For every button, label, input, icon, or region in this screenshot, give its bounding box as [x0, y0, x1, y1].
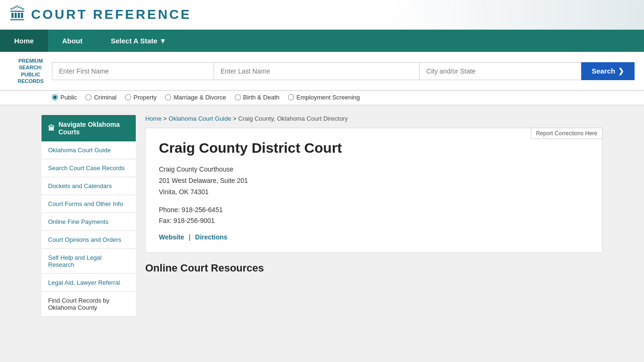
breadcrumb-home[interactable]: Home: [145, 115, 162, 122]
sidebar: 🏛 Navigate Oklahoma Courts Oklahoma Cour…: [41, 115, 136, 317]
radio-row: Public Criminal Property Marriage & Divo…: [0, 91, 644, 106]
sidebar-header-label: Navigate Oklahoma Courts: [58, 121, 129, 136]
first-name-input[interactable]: [52, 62, 214, 80]
sidebar-header-icon: 🏛: [48, 124, 55, 132]
nav-home[interactable]: Home: [0, 30, 48, 52]
court-card: Craig County District Court Craig County…: [145, 128, 603, 253]
sidebar-item-search-records[interactable]: Search Court Case Records: [41, 159, 136, 177]
sidebar-item-opinions[interactable]: Court Opinions and Orders: [41, 231, 136, 249]
nav-select-state[interactable]: Select A State ▼: [97, 30, 181, 52]
court-links: Website | Directions: [159, 233, 589, 241]
sidebar-item-court-forms[interactable]: Court Forms and Other Info: [41, 195, 136, 213]
radio-public[interactable]: Public: [52, 94, 77, 101]
sidebar-item-ok-court-guide[interactable]: Oklahoma Court Guide: [41, 141, 136, 159]
logo-text: COURT REFERENCE: [31, 7, 191, 22]
site-header: 🏛 COURT REFERENCE: [0, 0, 644, 30]
radio-employment[interactable]: Employment Screening: [288, 94, 360, 101]
main-content: 🏛 Navigate Oklahoma Courts Oklahoma Cour…: [32, 106, 612, 326]
website-link[interactable]: Website: [159, 233, 184, 241]
sidebar-item-find-records: Find Court Records by Oklahoma County: [41, 292, 136, 317]
content-area: Home > Oklahoma Court Guide > Craig Coun…: [145, 115, 603, 317]
breadcrumb-state-guide[interactable]: Oklahoma Court Guide: [169, 115, 231, 122]
report-corrections-button[interactable]: Report Corrections Here: [531, 128, 603, 139]
logo-icon: 🏛: [9, 5, 26, 25]
logo[interactable]: 🏛 COURT REFERENCE: [9, 5, 191, 25]
city-state-input[interactable]: [419, 62, 581, 80]
link-separator: |: [189, 233, 192, 241]
breadcrumb: Home > Oklahoma Court Guide > Craig Coun…: [145, 115, 603, 122]
search-label: PREMIUM SEARCH: PUBLIC RECORDS: [9, 58, 52, 84]
radio-criminal[interactable]: Criminal: [85, 94, 116, 101]
nav-about[interactable]: About: [48, 30, 97, 52]
header-bg-decoration: [387, 0, 644, 29]
radio-marriage-divorce[interactable]: Marriage & Divorce: [165, 94, 226, 101]
sidebar-item-legal-aid[interactable]: Legal Aid, Lawyer Referral: [41, 274, 136, 292]
directions-link[interactable]: Directions: [195, 233, 227, 241]
search-button[interactable]: Search ❯: [581, 62, 635, 80]
search-bar: PREMIUM SEARCH: PUBLIC RECORDS Search ❯: [0, 52, 644, 91]
sidebar-item-dockets[interactable]: Dockets and Calendars: [41, 177, 136, 195]
breadcrumb-current: Craig County, Oklahoma Court Directory: [238, 115, 347, 122]
radio-property[interactable]: Property: [125, 94, 157, 101]
radio-birth-death[interactable]: Birth & Death: [235, 94, 280, 101]
last-name-input[interactable]: [214, 62, 420, 80]
court-title: Craig County District Court: [159, 140, 589, 156]
court-address: Craig County Courthouse 201 West Delawar…: [159, 164, 589, 197]
court-phone: Phone: 918-256-6451 Fax: 918-256-9001: [159, 205, 589, 227]
main-nav: Home About Select A State ▼: [0, 30, 644, 52]
search-inputs: [52, 62, 581, 80]
sidebar-item-fine-payments[interactable]: Online Fine Payments: [41, 213, 136, 231]
sidebar-item-self-help[interactable]: Self Help and Legal Research: [41, 249, 136, 274]
sidebar-header: 🏛 Navigate Oklahoma Courts: [41, 115, 136, 141]
online-resources-title: Online Court Resources: [145, 262, 603, 274]
